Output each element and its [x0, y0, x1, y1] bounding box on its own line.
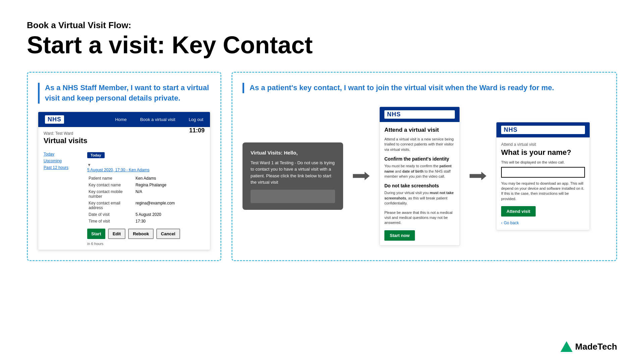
- chevron-left-icon: ‹: [501, 221, 502, 225]
- start-button[interactable]: Start: [87, 229, 105, 239]
- value-date-visit: 5 August 2020: [134, 211, 205, 218]
- nhs-content-area: Ward: Test Ward Virtual visits 11:09 Tod…: [38, 127, 210, 250]
- confirm-identity-title: Confirm the patient's identity: [384, 156, 455, 162]
- nhs-name-logo: NHS: [501, 126, 585, 134]
- nhs-name-header: NHS: [496, 122, 590, 137]
- edit-button[interactable]: Edit: [108, 229, 126, 239]
- attend-subtitle: Attend a virtual visit: [501, 142, 585, 147]
- main-content: As a NHS Staff Member, I want to start a…: [27, 72, 617, 261]
- label-key-contact-email: Key contact email address: [87, 200, 134, 211]
- sms-title: Virtual Visits: Hello,: [251, 149, 335, 157]
- confirm-identity-desc: You must be ready to confirm the patient…: [384, 164, 455, 179]
- visit-link[interactable]: 5 August 2020, 17:30 - Ken Adams: [87, 168, 205, 172]
- nhs-attend-body: Attend a virtual visit Attend a virtual …: [380, 122, 460, 245]
- nhs-logo: NHS: [45, 115, 64, 124]
- detail-table: Patient name Ken Adams Key contact name …: [87, 175, 205, 225]
- value-key-contact-name: Regina Phalange: [134, 182, 205, 188]
- attend-visit-button[interactable]: Attend visit: [501, 206, 536, 217]
- madetech-logo: MadeTech: [560, 341, 617, 352]
- nhs-attend-logo: NHS: [384, 110, 455, 119]
- nav-link-logout[interactable]: Log out: [189, 117, 203, 122]
- label-patient-name: Patient name: [87, 175, 134, 182]
- go-back-link[interactable]: ‹ Go back: [501, 221, 585, 225]
- madetech-text: MadeTech: [575, 342, 617, 352]
- virtual-visits-title: Virtual visits: [44, 136, 87, 145]
- cancel-button[interactable]: Cancel: [156, 229, 180, 239]
- table-row: Key contact name Regina Phalange: [87, 182, 205, 188]
- go-back-text: Go back: [504, 221, 519, 225]
- table-row: Patient name Ken Adams: [87, 175, 205, 182]
- content-main: Today ▼ 5 August 2020, 17:30 - Ken Adams…: [87, 152, 205, 246]
- value-patient-name: Ken Adams: [134, 175, 205, 182]
- left-panel: As a NHS Staff Member, I want to start a…: [27, 72, 221, 261]
- attend-title: Attend a virtual visit: [384, 127, 455, 133]
- rebook-button[interactable]: Rebook: [128, 229, 154, 239]
- arrow-1: [351, 171, 371, 181]
- nav-upcoming[interactable]: Upcoming: [44, 159, 84, 163]
- label-key-contact-name: Key contact name: [87, 182, 134, 188]
- nav-link-home[interactable]: Home: [115, 117, 127, 122]
- app-download-note: You may be required to download an app. …: [501, 181, 585, 202]
- nhs-screenshot-left: NHS Home Book a virtual visit Log out Wa…: [38, 112, 210, 250]
- what-is-name-title: What is your name?: [501, 148, 585, 157]
- label-key-contact-mobile: Key contact mobile number: [87, 188, 134, 200]
- table-row: Date of visit 5 August 2020: [87, 211, 205, 218]
- svg-marker-0: [353, 172, 370, 180]
- nav-past-12[interactable]: Past 12 hours: [44, 165, 84, 170]
- no-screenshots-desc: During your virtual visit you must not t…: [384, 190, 455, 206]
- value-time-visit: 17:30: [134, 218, 205, 225]
- nhs-name-page: NHS Attend a virtual visit What is your …: [496, 122, 590, 231]
- action-buttons: Start Edit Rebook Cancel: [87, 229, 205, 239]
- svg-marker-1: [470, 172, 486, 180]
- right-panel-content: Virtual Visits: Hello, Test Ward 1 at Te…: [243, 107, 606, 246]
- today-badge: Today: [87, 152, 105, 158]
- value-key-contact-mobile: N/A: [134, 188, 205, 200]
- no-screenshots-note: Please be aware that this is not a medic…: [384, 210, 455, 226]
- in-hours-text: in 6 hours: [87, 242, 205, 246]
- sms-body: Test Ward 1 at Testing - Do not use is t…: [251, 160, 335, 186]
- madetech-triangle-icon: [560, 341, 573, 352]
- right-panel-story: As a patient's key contact, I want to jo…: [243, 83, 606, 93]
- nav-sidebar: Today Upcoming Past 12 hours: [44, 152, 84, 172]
- nhs-attend-page: NHS Attend a virtual visit Attend a virt…: [379, 107, 460, 246]
- table-row: Key contact mobile number N/A: [87, 188, 205, 200]
- nhs-nav-bar: NHS Home Book a virtual visit Log out: [38, 112, 210, 127]
- page-header: Book a Virtual Visit Flow: Start a visit…: [27, 20, 617, 58]
- header-title: Start a visit: Key Contact: [27, 32, 617, 58]
- nav-link-book[interactable]: Book a virtual visit: [140, 117, 175, 122]
- nav-today[interactable]: Today: [44, 152, 84, 157]
- video-call-hint: This will be displayed on the video call…: [501, 160, 585, 164]
- sms-popup: Virtual Visits: Hello, Test Ward 1 at Te…: [243, 142, 343, 210]
- sms-bottom-space: [251, 190, 335, 203]
- nhs-attend-header: NHS: [380, 107, 460, 122]
- table-row: Key contact email address regina@example…: [87, 200, 205, 211]
- attend-desc: Attend a virtual visit is a new service …: [384, 137, 455, 152]
- label-time-visit: Time of visit: [87, 218, 134, 225]
- name-input[interactable]: [501, 167, 585, 178]
- ward-label: Ward: Test Ward: [44, 131, 205, 136]
- nhs-nav-links: Home Book a virtual visit Log out: [115, 117, 203, 122]
- value-key-contact-email: regina@example.com: [134, 200, 205, 211]
- nhs-name-body: Attend a virtual visit What is your name…: [496, 137, 590, 230]
- arrow-2: [468, 171, 488, 181]
- right-panel: As a patient's key contact, I want to jo…: [231, 72, 617, 261]
- left-panel-story: As a NHS Staff Member, I want to start a…: [38, 83, 210, 104]
- no-screenshots-title: Do not take screenshots: [384, 183, 455, 188]
- label-date-visit: Date of visit: [87, 211, 134, 218]
- start-now-button[interactable]: Start now: [384, 230, 415, 241]
- table-row: Time of visit 17:30: [87, 218, 205, 225]
- header-subtitle: Book a Virtual Visit Flow:: [27, 20, 617, 31]
- time-display: 11:09: [189, 127, 205, 134]
